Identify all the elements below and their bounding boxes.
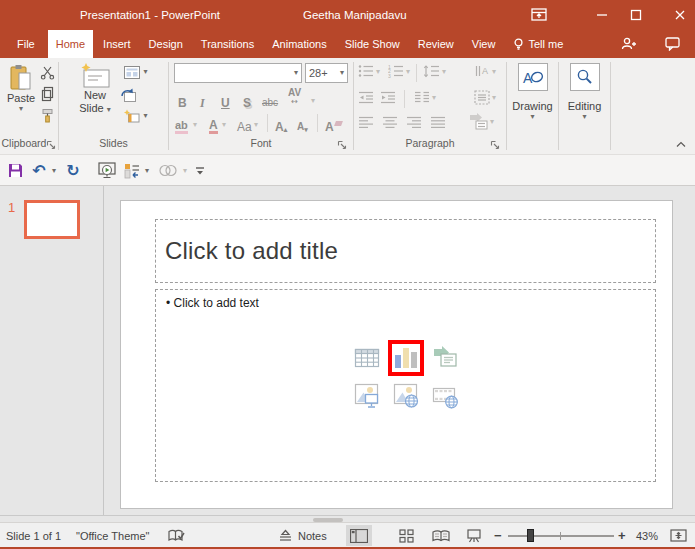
tell-me-box[interactable]: Tell me (505, 30, 571, 58)
spell-check-button[interactable] (168, 523, 185, 548)
increase-indent-button[interactable] (380, 90, 396, 105)
font-size-select[interactable]: 28+ ▾ (305, 63, 348, 83)
insert-video-button[interactable] (427, 378, 463, 414)
tab-view[interactable]: View (464, 30, 504, 58)
minimize-button[interactable] (594, 7, 610, 23)
content-placeholder[interactable]: • Click to add text (155, 289, 656, 482)
slide-1-thumbnail[interactable] (24, 200, 80, 239)
convert-to-smartart-button[interactable] (468, 113, 488, 130)
text-highlight-button[interactable]: ab (175, 114, 188, 134)
strikethrough-button[interactable]: abc (262, 90, 278, 110)
collapse-ribbon-button[interactable] (675, 139, 687, 149)
align-text-icon (474, 90, 490, 105)
tell-me-label: Tell me (528, 30, 563, 58)
font-name-select[interactable]: ▾ (174, 63, 302, 83)
tab-review[interactable]: Review (410, 30, 462, 58)
clipboard-dialog-launcher[interactable] (46, 140, 57, 151)
clear-formatting-button[interactable]: A (325, 114, 342, 134)
ribbon-display-options-button[interactable] (531, 7, 547, 23)
text-direction-button[interactable]: A (474, 64, 490, 79)
redo-button[interactable]: ↻ (63, 155, 83, 186)
font-size-value: 28+ (309, 67, 328, 79)
insert-chart-button[interactable] (388, 340, 424, 376)
customize-qat-button[interactable] (193, 155, 207, 186)
tab-animations[interactable]: Animations (264, 30, 334, 58)
new-slide-button[interactable]: New Slide ▾ (71, 61, 119, 137)
section-button[interactable]: ▾ (119, 107, 153, 125)
quick-access-toolbar: ↶ ▾ ↻ ▾ ▾ (0, 155, 695, 186)
maximize-button[interactable] (628, 7, 644, 23)
online-pictures-button[interactable] (388, 378, 424, 414)
align-center-button[interactable] (382, 115, 398, 130)
italic-button[interactable]: I (200, 90, 205, 110)
normal-view-button[interactable] (346, 525, 372, 546)
save-button[interactable] (5, 155, 25, 186)
tab-slide-show[interactable]: Slide Show (337, 30, 408, 58)
change-case-dropdown-arrow: ▾ (254, 121, 258, 129)
insert-table-button[interactable] (349, 340, 385, 376)
tab-insert[interactable]: Insert (95, 30, 139, 58)
copy-button[interactable] (38, 85, 56, 103)
format-painter-button[interactable] (38, 107, 56, 125)
font-dialog-launcher[interactable] (337, 140, 348, 151)
paste-button[interactable]: Paste ▾ (3, 61, 39, 135)
tab-file[interactable]: File (6, 30, 46, 58)
tab-transitions[interactable]: Transitions (193, 30, 262, 58)
cut-button[interactable] (38, 63, 56, 81)
custom-command-dropdown[interactable]: ▾ (142, 155, 152, 186)
small-separator (404, 90, 405, 108)
justify-button[interactable] (430, 115, 446, 130)
undo-dropdown[interactable]: ▾ (49, 155, 59, 186)
editing-button[interactable]: Editing ▾ (563, 63, 606, 135)
horizontal-scrollbar[interactable] (0, 515, 695, 522)
columns-icon (414, 90, 430, 105)
increase-font-size-button[interactable]: A▴ (275, 114, 287, 134)
share-icon[interactable] (621, 37, 637, 51)
slide-editing-surface[interactable]: Click to add title • Click to add text (120, 200, 673, 509)
reset-button[interactable] (119, 85, 137, 103)
font-color-button[interactable]: A (209, 114, 218, 134)
decrease-indent-button[interactable] (358, 90, 374, 105)
numbering-button[interactable]: 123 (388, 64, 404, 79)
tab-home[interactable]: Home (48, 30, 93, 58)
paragraph-dialog-launcher[interactable] (490, 140, 501, 151)
custom-command-button[interactable] (122, 155, 142, 186)
slide-sorter-view-button[interactable] (393, 525, 419, 546)
zoom-slider-track[interactable] (508, 535, 614, 537)
change-case-button[interactable]: Aa (237, 114, 252, 134)
paste-icon (10, 64, 32, 92)
notes-button[interactable]: Notes (278, 523, 327, 548)
columns-button[interactable] (414, 90, 430, 105)
character-spacing-button[interactable]: AV ↔ (288, 88, 301, 108)
slide-show-view-button[interactable] (461, 525, 487, 546)
comments-icon[interactable] (665, 37, 681, 51)
notes-label: Notes (298, 530, 327, 542)
align-text-button[interactable] (474, 90, 490, 105)
title-placeholder[interactable]: Click to add title (155, 219, 656, 283)
bold-button[interactable]: B (178, 90, 187, 110)
zoom-level[interactable]: 43% (636, 523, 658, 548)
tab-design[interactable]: Design (141, 30, 191, 58)
insert-smartart-button[interactable] (427, 340, 463, 376)
text-shadow-button[interactable]: S (243, 90, 251, 110)
zoom-slider-thumb[interactable] (527, 529, 534, 542)
merge-shapes-button[interactable] (156, 155, 180, 186)
fit-slide-to-window-button[interactable] (670, 523, 687, 548)
drawing-button[interactable]: A Drawing ▾ (511, 63, 554, 135)
align-left-button[interactable] (358, 115, 374, 130)
line-spacing-button[interactable] (423, 64, 440, 79)
zoom-in-button[interactable]: + (618, 523, 626, 548)
bullets-button[interactable] (358, 64, 374, 79)
merge-shapes-dropdown[interactable]: ▾ (180, 155, 190, 186)
start-from-beginning-button[interactable] (96, 155, 118, 186)
zoom-out-button[interactable]: − (494, 523, 502, 548)
pictures-button[interactable] (349, 378, 385, 414)
undo-button[interactable]: ↶ (29, 155, 49, 186)
reading-view-button[interactable] (428, 525, 454, 546)
close-button[interactable] (672, 7, 688, 23)
align-right-button[interactable] (406, 115, 422, 130)
underline-button[interactable]: U (221, 90, 230, 110)
notes-icon (278, 529, 293, 542)
layout-button[interactable]: ▾ (119, 63, 153, 81)
decrease-font-size-button[interactable]: A▾ (297, 114, 308, 134)
